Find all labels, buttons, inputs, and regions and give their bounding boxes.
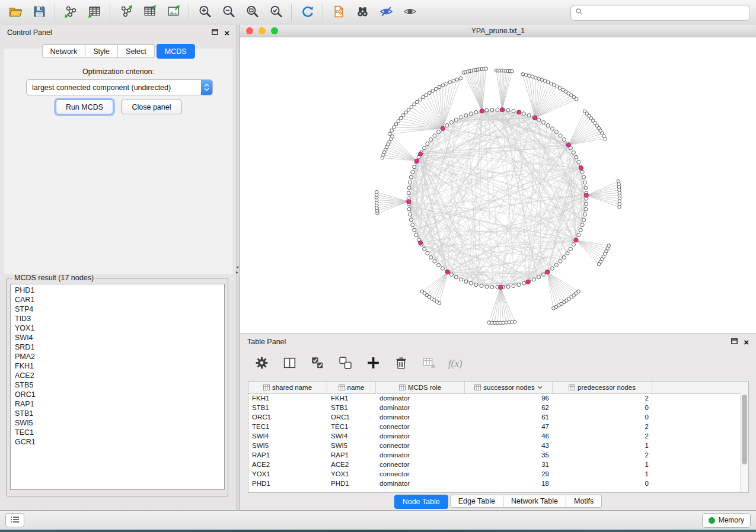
mcds-result-item[interactable]: CAR1	[15, 295, 224, 305]
mcds-result-item[interactable]: FKH1	[15, 361, 224, 371]
mcds-result-item[interactable]: RAP1	[15, 399, 224, 409]
mcds-result-list[interactable]: PHD1CAR1STP4TID3YOX1SWI4SRD1PMA2FKH1ACE2…	[10, 284, 225, 490]
mcds-result-item[interactable]: PHD1	[15, 286, 224, 295]
close-panel-button[interactable]: Close panel	[121, 100, 182, 114]
share-document-button[interactable]	[327, 3, 350, 22]
window-zoom-button[interactable]	[271, 27, 278, 34]
export-network-icon	[119, 4, 133, 21]
search-input[interactable]	[586, 8, 745, 17]
cell-successor-nodes: 61	[465, 412, 553, 422]
add-icon	[366, 355, 381, 372]
table-row[interactable]: YOX1YOX1connector291	[248, 469, 741, 479]
mcds-result-item[interactable]: ORC1	[15, 390, 224, 399]
column-header-label: shared name	[272, 384, 312, 391]
destroy-table-button[interactable]	[420, 355, 437, 372]
mcds-result-item[interactable]: ACE2	[15, 371, 224, 380]
tab-edge-table[interactable]: Edge Table	[450, 495, 503, 508]
export-image-button[interactable]	[162, 3, 184, 22]
mcds-result-item[interactable]: TID3	[15, 314, 224, 323]
column-header-shared-name[interactable]: shared name	[248, 382, 327, 393]
open-folder-button[interactable]	[4, 3, 27, 22]
mcds-result-item[interactable]: PMA2	[15, 352, 224, 361]
add-button[interactable]	[365, 355, 381, 372]
mcds-result-item[interactable]: SWI5	[15, 418, 224, 428]
columns-button[interactable]	[281, 355, 298, 372]
refresh-button[interactable]	[296, 3, 318, 22]
zoom-in-button[interactable]	[193, 3, 216, 22]
select-all-button[interactable]	[309, 355, 326, 372]
table-row[interactable]: SWI4SWI4dominator462	[248, 431, 741, 441]
unselect-all-button[interactable]	[337, 355, 353, 372]
window-close-button[interactable]	[246, 27, 253, 34]
mcds-result-item[interactable]: SRD1	[15, 342, 224, 352]
table-row[interactable]: ACE2ACE2connector311	[248, 460, 741, 469]
table-scrollbar-thumb[interactable]	[742, 395, 747, 464]
mcds-result-group: MCDS result (17 nodes) PHD1CAR1STP4TID3Y…	[7, 274, 228, 496]
gear-button[interactable]	[253, 355, 270, 372]
table-row[interactable]: PHD1PHD1dominator180	[248, 479, 741, 488]
destroy-table-icon	[422, 355, 436, 372]
run-mcds-button[interactable]: Run MCDS	[56, 100, 113, 114]
import-network-icon	[63, 4, 78, 21]
mcds-result-item[interactable]: STB1	[15, 409, 224, 418]
mcds-result-item[interactable]: GCR1	[15, 437, 224, 447]
table-row[interactable]: FKH1FKH1dominator962	[248, 393, 741, 403]
close-panel-icon[interactable]: ×	[224, 28, 229, 37]
column-header-successor-nodes[interactable]: successor nodes	[465, 382, 553, 393]
show-panels-button[interactable]	[5, 513, 24, 527]
cell-predecessor-nodes: 0	[553, 479, 652, 488]
mcds-result-item[interactable]: STB5	[15, 380, 224, 390]
function-builder-button[interactable]: f(x)	[448, 358, 462, 370]
gear-icon	[254, 355, 269, 372]
table-row[interactable]: STB1STB1dominator620	[248, 403, 741, 412]
zoom-selected-button[interactable]	[264, 3, 287, 22]
tab-select[interactable]: Select	[118, 44, 155, 58]
import-network-button[interactable]	[59, 3, 82, 22]
toolbar-group	[0, 4, 55, 21]
show-hide-button[interactable]	[398, 3, 421, 22]
table-scrollbar[interactable]	[740, 393, 748, 492]
toolbar-group	[292, 4, 323, 21]
export-network-button[interactable]	[114, 3, 137, 22]
network-graph[interactable]	[240, 37, 755, 334]
import-table-button[interactable]	[83, 3, 106, 22]
style-preview-icon	[379, 4, 394, 21]
column-header-mcds-role[interactable]: MCDS role	[376, 382, 465, 393]
table-row[interactable]: ORC1ORC1dominator610	[248, 412, 741, 422]
close-table-panel-icon[interactable]: ×	[744, 338, 749, 347]
table-row[interactable]: RAP1RAP1dominator352	[248, 450, 741, 460]
mcds-result-item[interactable]: SWI4	[15, 333, 224, 342]
cell-mcds-role: dominator	[376, 412, 465, 422]
style-preview-button[interactable]	[375, 3, 397, 22]
memory-button[interactable]: Memory	[702, 513, 751, 528]
zoom-fit-button[interactable]	[241, 3, 263, 22]
mcds-result-item[interactable]: STP4	[15, 305, 224, 314]
network-window: YPA_prune.txt_1	[240, 25, 756, 334]
column-header-predecessor-nodes[interactable]: predecessor nodes	[553, 382, 652, 393]
float-table-panel-icon[interactable]	[731, 338, 738, 346]
network-canvas[interactable]	[240, 37, 755, 334]
status-bar: Memory	[0, 510, 756, 530]
column-header-name[interactable]: name	[327, 382, 376, 393]
mcds-result-item[interactable]: YOX1	[15, 323, 224, 333]
window-minimize-button[interactable]	[259, 27, 266, 34]
tab-style[interactable]: Style	[85, 44, 118, 58]
mcds-result-item[interactable]: TEC1	[15, 428, 224, 437]
cell-mcds-role: connector	[376, 422, 465, 431]
save-button[interactable]	[28, 3, 50, 22]
tab-network-table[interactable]: Network Table	[503, 495, 566, 508]
find-button[interactable]	[351, 3, 374, 22]
zoom-out-button[interactable]	[217, 3, 240, 22]
tab-motifs[interactable]: Motifs	[566, 495, 602, 508]
cell-successor-nodes: 29	[465, 469, 553, 479]
criterion-dropdown[interactable]: largest connected component (undirected)	[26, 79, 213, 95]
table-row[interactable]: SWI5SWI5connector431	[248, 441, 741, 450]
tab-node-table[interactable]: Node Table	[394, 495, 448, 509]
tab-mcds[interactable]: MCDS	[157, 44, 195, 59]
splitter-collapse-icon[interactable]: ◂▸	[236, 264, 238, 275]
tab-network[interactable]: Network	[42, 44, 85, 58]
float-panel-icon[interactable]	[212, 28, 218, 37]
table-row[interactable]: TEC1TEC1connector472	[248, 422, 741, 431]
delete-button[interactable]	[393, 355, 409, 372]
export-table-button[interactable]	[138, 3, 161, 22]
